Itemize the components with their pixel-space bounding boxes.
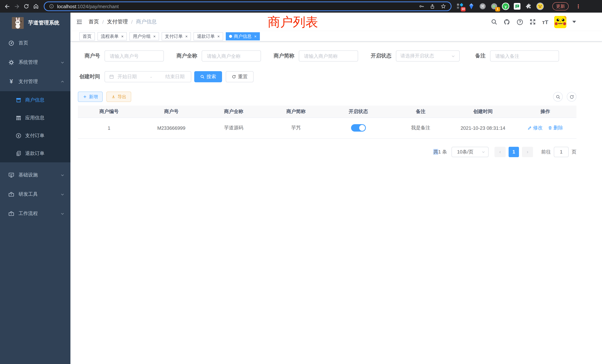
tab-groups-extension-icon[interactable]: 10 bbox=[456, 3, 463, 10]
close-icon[interactable]: × bbox=[153, 34, 156, 38]
remark-label: 备注 bbox=[471, 53, 486, 59]
merchant-no-label: 商户号 bbox=[78, 53, 100, 59]
show-search-toggle-button[interactable] bbox=[553, 92, 563, 102]
search-icon[interactable] bbox=[491, 19, 498, 25]
col-short-name: 商户简称 bbox=[265, 106, 327, 118]
next-page-button[interactable]: › bbox=[522, 147, 533, 157]
tab-merchant-info[interactable]: 商户信息× bbox=[226, 32, 260, 40]
home-icon[interactable] bbox=[31, 1, 41, 11]
browser-menu-icon[interactable]: ⋮ bbox=[576, 3, 581, 9]
chevron-down-icon bbox=[60, 212, 64, 215]
document-icon bbox=[16, 150, 22, 156]
github-icon[interactable] bbox=[504, 18, 511, 25]
export-button[interactable]: 导出 bbox=[106, 92, 131, 102]
sidebar-item-label: 支付管理 bbox=[19, 78, 38, 85]
date-range-input[interactable]: 开始日期 - 结束日期 bbox=[105, 71, 191, 82]
sidebar-item-label: 应用信息 bbox=[25, 115, 44, 121]
sidebar-item-dev-tools[interactable]: 研发工具 bbox=[0, 185, 70, 204]
close-icon[interactable]: × bbox=[254, 34, 257, 38]
breadcrumb-home[interactable]: 首页 bbox=[89, 19, 99, 25]
chevron-down-icon bbox=[60, 192, 64, 196]
refresh-table-button[interactable] bbox=[567, 92, 576, 102]
create-time-label: 创建时间 bbox=[78, 73, 100, 80]
search-button[interactable]: 搜索 bbox=[194, 71, 222, 82]
page-annotation-title: 商户列表 bbox=[268, 14, 318, 30]
sidebar-item-merchant-info[interactable]: 商户信息 bbox=[0, 91, 70, 109]
cell-full-name: 芋道源码 bbox=[203, 118, 265, 138]
page-size-select[interactable]: 10条/页 bbox=[452, 147, 489, 157]
app-logo bbox=[12, 17, 24, 29]
plus-icon bbox=[83, 95, 87, 99]
page-1-button[interactable]: 1 bbox=[509, 147, 519, 157]
sidebar-item-payment[interactable]: ¥ 支付管理 bbox=[0, 72, 70, 91]
close-icon[interactable]: × bbox=[185, 34, 188, 38]
reset-button[interactable]: 重置 bbox=[226, 71, 254, 82]
back-icon[interactable] bbox=[2, 1, 12, 11]
chevron-down-icon bbox=[60, 60, 64, 64]
edit-link[interactable]: 修改 bbox=[527, 125, 543, 131]
cell-merchant-id: 1 bbox=[78, 118, 140, 138]
page-content: 商户号 商户全称 商户简称 bbox=[70, 42, 602, 157]
goto-label: 前往 bbox=[541, 149, 551, 155]
reload-icon[interactable] bbox=[22, 1, 31, 11]
full-name-input[interactable] bbox=[202, 50, 261, 62]
info-icon[interactable] bbox=[49, 4, 54, 9]
fullscreen-icon[interactable] bbox=[529, 19, 536, 25]
sidebar-item-refund-order[interactable]: 退款订单 bbox=[0, 145, 70, 162]
extension-badge: 10 bbox=[461, 7, 466, 11]
status-select[interactable]: 请选择开启状态 bbox=[396, 50, 460, 62]
sidebar-item-home[interactable]: 首页 bbox=[0, 33, 70, 53]
sidebar-item-infrastructure[interactable]: 基础设施 bbox=[0, 165, 70, 185]
user-avatar[interactable] bbox=[554, 16, 566, 28]
font-size-icon[interactable]: тT bbox=[542, 19, 548, 25]
help-icon[interactable] bbox=[516, 18, 524, 25]
close-icon[interactable]: × bbox=[121, 34, 124, 38]
total-count: 共1 条 bbox=[433, 149, 447, 155]
delete-link[interactable]: 删除 bbox=[548, 125, 563, 131]
gem-extension-icon[interactable] bbox=[467, 3, 475, 10]
recorder-extension-icon[interactable]: 1 bbox=[490, 3, 498, 10]
y-logo-extension-icon[interactable]: y bbox=[502, 3, 509, 10]
avatar-caret-icon[interactable] bbox=[572, 21, 576, 23]
table-header-row: 商户编号 商户号 商户全称 商户简称 开启状态 备注 创建时间 操作 bbox=[78, 106, 576, 118]
status-toggle[interactable] bbox=[351, 124, 366, 132]
download-icon bbox=[111, 95, 116, 99]
tab-pay-order[interactable]: 支付订单× bbox=[162, 32, 191, 40]
key-icon[interactable] bbox=[419, 3, 424, 9]
command-extension-icon[interactable]: ⌘ bbox=[479, 3, 486, 10]
sidebar-item-label: 基础设施 bbox=[19, 172, 38, 178]
tab-user-group[interactable]: 用户分组× bbox=[129, 32, 159, 40]
table-row: 1 M233666999 芋道源码 芋艿 我是备注 2021-10-23 08:… bbox=[78, 118, 576, 138]
extensions-puzzle-icon[interactable] bbox=[525, 3, 532, 10]
sidebar-item-app-info[interactable]: 应用信息 bbox=[0, 109, 70, 127]
prev-page-button[interactable]: ‹ bbox=[494, 147, 506, 157]
sidebar-item-workflow[interactable]: 工作流程 bbox=[0, 204, 70, 223]
page-unit-label: 页 bbox=[572, 149, 576, 155]
tab-home[interactable]: 首页 bbox=[79, 32, 95, 40]
tab-refund-order[interactable]: 退款订单× bbox=[194, 32, 223, 40]
tab-process-form[interactable]: 流程表单× bbox=[97, 32, 127, 40]
browser-update-button[interactable]: 更新 bbox=[552, 2, 569, 10]
chat-extension-icon[interactable] bbox=[513, 3, 521, 10]
goto-page-input[interactable] bbox=[554, 147, 569, 157]
sidebar-fold-icon[interactable] bbox=[76, 19, 83, 25]
share-icon[interactable] bbox=[430, 3, 435, 9]
chevron-down-icon bbox=[482, 150, 485, 154]
table-grid-icon bbox=[16, 115, 22, 121]
bookmark-star-icon[interactable] bbox=[440, 3, 446, 9]
screen: localhost:1024/pay/merchant 10 ⌘ 1 bbox=[0, 0, 602, 364]
sidebar-item-system[interactable]: 系统管理 bbox=[0, 53, 70, 72]
profile-avatar-icon[interactable] bbox=[536, 3, 544, 10]
short-name-input[interactable] bbox=[299, 50, 358, 62]
col-status: 开启状态 bbox=[327, 106, 389, 118]
close-icon[interactable]: × bbox=[217, 34, 220, 38]
topbar: 首页 / 支付管理 / 商户信息 商户列表 тT bbox=[70, 13, 602, 31]
url-text: localhost:1024/pay/merchant bbox=[57, 3, 119, 9]
col-create-time: 创建时间 bbox=[452, 106, 514, 118]
merchant-no-input[interactable] bbox=[105, 50, 164, 62]
url-bar[interactable]: localhost:1024/pay/merchant bbox=[44, 1, 452, 11]
forward-icon[interactable] bbox=[12, 1, 22, 11]
remark-input[interactable] bbox=[490, 50, 559, 62]
sidebar-item-pay-order[interactable]: 支付订单 bbox=[0, 127, 70, 145]
add-button[interactable]: 新增 bbox=[78, 92, 103, 102]
